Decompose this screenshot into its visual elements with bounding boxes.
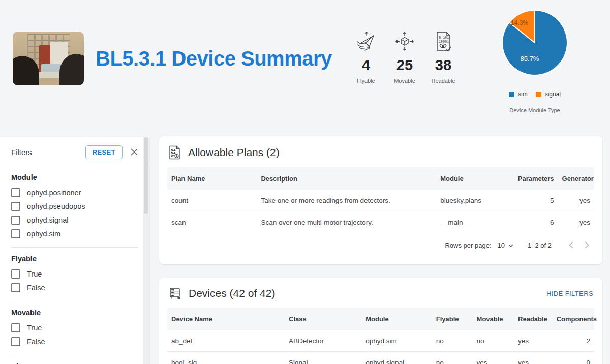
- module-pie-chart: 85.7%14.3% simsignal Device Module Type: [494, 2, 575, 83]
- column-header: Description: [257, 175, 436, 183]
- checkbox-unchecked[interactable]: [11, 323, 20, 332]
- cube-move-icon: [394, 29, 415, 53]
- table-cell: 2: [553, 337, 594, 345]
- table-cell: bluesky.plans: [436, 197, 511, 204]
- column-header: Generator: [558, 175, 594, 183]
- filter-sections: Moduleophyd.positionerophyd.pseudoposoph…: [11, 173, 138, 364]
- divider: [0, 166, 149, 166]
- paper-plane-icon: [356, 29, 376, 53]
- page-header: BL5.3.1 Device Summary 4Flyable25Movable…: [0, 0, 610, 137]
- filter-option-true[interactable]: True: [11, 267, 138, 281]
- page-title: BL5.3.1 Device Summary: [96, 47, 332, 70]
- scrollbar-thumb[interactable]: [144, 137, 148, 214]
- filter-option-label: ophyd.pseudopos: [27, 202, 85, 210]
- column-header: Class: [285, 315, 361, 323]
- table-cell: yes: [514, 359, 553, 364]
- next-page-button[interactable]: [579, 237, 594, 253]
- filter-option-label: ophyd.signal: [27, 216, 68, 224]
- filter-option-true[interactable]: True: [11, 321, 138, 335]
- sidebar-scrollbar[interactable]: [143, 137, 149, 364]
- checkbox-unchecked[interactable]: [11, 337, 20, 346]
- filter-option-label: False: [27, 284, 45, 292]
- plan-row: countTake one or more readings from dete…: [167, 190, 594, 211]
- devices-table-body: ab_detABDetectorophyd.simnonoyes2bool_si…: [167, 330, 594, 364]
- filter-option-false[interactable]: False: [11, 281, 138, 294]
- pie-chart-svg: 85.7%14.3%: [494, 2, 575, 83]
- filters-header: Filters RESET: [11, 144, 138, 160]
- column-header: Module: [361, 315, 432, 323]
- instrument-rack-icon: [168, 287, 181, 300]
- table-cell: ab_det: [167, 337, 285, 345]
- filter-option-ophyd-positioner[interactable]: ophyd.positioner: [11, 186, 138, 199]
- filters-panel: Filters RESET Moduleophyd.positionerophy…: [0, 137, 150, 364]
- svg-text:10001: 10001: [439, 40, 449, 44]
- table-cell: Scan over one multi-motor trajectory.: [257, 219, 436, 226]
- previous-page-button[interactable]: [564, 237, 579, 253]
- column-header: Readable: [514, 315, 553, 323]
- table-cell: bool_sig: [167, 359, 285, 364]
- plans-pagination: Rows per page: 10 1–2 of 2: [167, 233, 594, 257]
- checkbox-unchecked[interactable]: [11, 283, 20, 292]
- stat-label: Movable: [394, 78, 415, 84]
- rows-per-page-select[interactable]: 10: [498, 241, 513, 249]
- table-cell: Take one or more readings from detectors…: [257, 197, 436, 204]
- device-row: ab_detABDetectorophyd.simnonoyes2: [167, 330, 594, 352]
- checkbox-unchecked[interactable]: [11, 216, 20, 225]
- filter-heading-movable: Movable: [11, 309, 138, 317]
- checkbox-unchecked[interactable]: [11, 229, 20, 238]
- devices-title: Devices (42 of 42): [189, 287, 275, 299]
- table-cell: no: [473, 337, 514, 345]
- filter-option-ophyd-pseudopos[interactable]: ophyd.pseudopos: [11, 199, 138, 213]
- column-header: Device Name: [167, 315, 285, 323]
- filter-option-false[interactable]: False: [11, 335, 138, 348]
- table-cell: yes: [473, 359, 514, 364]
- filter-option-ophyd-sim[interactable]: ophyd.sim: [11, 227, 138, 240]
- stat-flyable: 4Flyable: [347, 29, 385, 84]
- pagination-range: 1–2 of 2: [528, 241, 552, 249]
- checkbox-unchecked[interactable]: [11, 202, 20, 211]
- divider: [11, 355, 138, 355]
- plans-table-body: countTake one or more readings from dete…: [167, 190, 594, 233]
- filter-heading-module: Module: [11, 173, 138, 181]
- legend-label: sim: [518, 90, 528, 98]
- plans-card: Allowable Plans (2) Plan NameDescription…: [159, 136, 602, 264]
- stat-readable: 0 1011000138Readable: [424, 29, 463, 84]
- column-header: Module: [436, 175, 511, 183]
- beamline-photo: [13, 32, 84, 85]
- filter-heading-flyable: Flyable: [11, 255, 138, 263]
- column-header: Flyable: [432, 315, 473, 323]
- table-cell: 6: [511, 219, 558, 226]
- table-cell: no: [432, 337, 473, 345]
- filter-option-label: True: [27, 270, 42, 278]
- table-cell: Signal: [285, 359, 361, 364]
- legend-item-signal: signal: [536, 90, 561, 98]
- stat-label: Flyable: [357, 78, 375, 84]
- devices-card: Devices (42 of 42) HIDE FILTERS Device N…: [159, 278, 602, 364]
- checkbox-unchecked[interactable]: [11, 188, 20, 197]
- filter-option-label: False: [27, 338, 45, 346]
- hide-filters-link[interactable]: HIDE FILTERS: [546, 290, 593, 297]
- pie-slice-label: 14.3%: [511, 19, 528, 26]
- chevron-left-icon: [567, 240, 576, 250]
- rows-per-page-label: Rows per page:: [445, 241, 491, 249]
- chevron-right-icon: [582, 240, 591, 250]
- stat-label: Readable: [431, 78, 455, 84]
- reset-filters-button[interactable]: RESET: [85, 145, 123, 159]
- checkbox-unchecked[interactable]: [11, 269, 20, 279]
- table-cell: no: [432, 359, 473, 364]
- device-row: bool_sigSignalophyd.signalnoyesyes0: [167, 352, 594, 364]
- main-content: Allowable Plans (2) Plan NameDescription…: [159, 136, 602, 364]
- stat-value: 4: [362, 57, 370, 74]
- legend-item-sim: sim: [509, 90, 528, 98]
- filter-option-label: True: [27, 324, 42, 332]
- table-cell: scan: [167, 219, 257, 226]
- filter-option-label: ophyd.positioner: [27, 189, 81, 197]
- table-cell: 0: [553, 359, 594, 364]
- plans-table-header: Plan NameDescriptionModuleParametersGene…: [167, 167, 594, 190]
- divider: [11, 247, 138, 248]
- rows-per-page-value: 10: [498, 241, 505, 249]
- close-filters-icon[interactable]: [130, 148, 138, 156]
- filter-option-ophyd-signal[interactable]: ophyd.signal: [11, 213, 138, 227]
- devices-table: Device NameClassModuleFlyableMovableRead…: [167, 308, 594, 364]
- plan-row: scanScan over one multi-motor trajectory…: [167, 211, 594, 233]
